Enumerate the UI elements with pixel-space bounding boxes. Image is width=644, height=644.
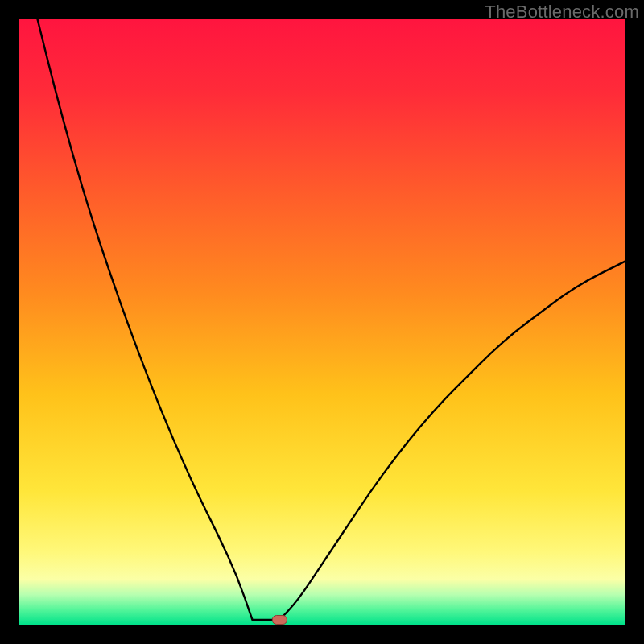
watermark-text: TheBottleneck.com (485, 2, 639, 23)
gradient-background (19, 19, 625, 625)
optimal-marker (272, 616, 287, 625)
chart-frame (19, 19, 625, 625)
bottleneck-chart (19, 19, 625, 625)
